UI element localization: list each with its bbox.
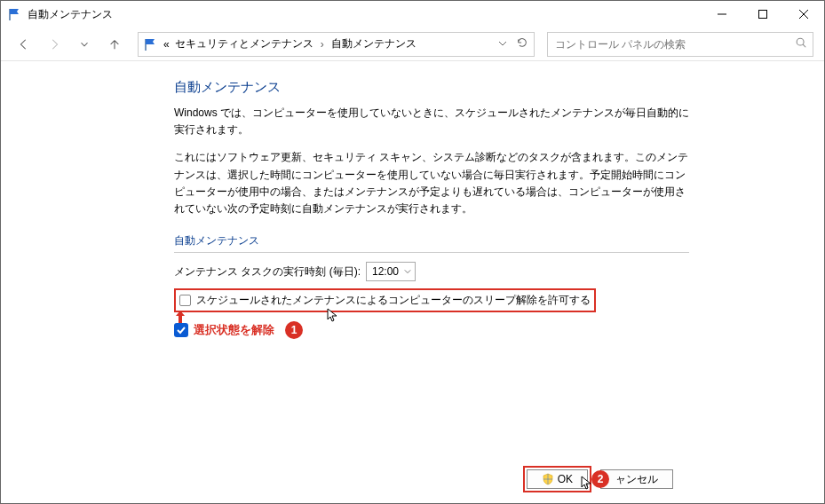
step-badge: 2 (591, 470, 609, 488)
sleep-wake-checkbox-row: スケジュールされたメンテナンスによるコンピューターのスリープ解除を許可する (174, 288, 596, 312)
page-heading: 自動メンテナンス (174, 79, 689, 96)
chevron-down-icon[interactable] (498, 38, 507, 51)
ok-button[interactable]: OK (527, 469, 588, 489)
search-box[interactable] (547, 32, 813, 57)
svg-point-4 (797, 38, 804, 45)
section-label: 自動メンテナンス (174, 233, 689, 248)
close-button[interactable] (783, 1, 824, 28)
forward-button[interactable] (42, 32, 67, 57)
ok-label: OK (558, 473, 573, 485)
flag-icon (8, 7, 22, 21)
window: 自動メンテナンス « セキュリティとメンテナンス › 自動メンテナンス (0, 0, 825, 504)
window-buttons (702, 1, 824, 28)
window-title: 自動メンテナンス (28, 7, 702, 22)
paragraph: Windows では、コンピューターを使用していないときに、スケジュールされたメ… (174, 105, 689, 138)
titlebar: 自動メンテナンス (1, 1, 824, 28)
content-area: 自動メンテナンス Windows では、コンピューターを使用していないときに、ス… (1, 61, 824, 503)
up-button[interactable] (102, 32, 127, 57)
time-row: メンテナンス タスクの実行時刻 (毎日): 12:00 (174, 262, 689, 281)
recent-dropdown[interactable] (72, 32, 97, 57)
breadcrumb-item[interactable]: 自動メンテナンス (331, 36, 416, 51)
toolbar: « セキュリティとメンテナンス › 自動メンテナンス (1, 28, 824, 61)
svg-rect-1 (759, 11, 767, 19)
chevron-right-icon: › (319, 38, 326, 51)
step-badge: 1 (285, 321, 303, 339)
search-input[interactable] (553, 37, 795, 51)
sleep-wake-checkbox[interactable] (179, 295, 191, 306)
checkbox-label: スケジュールされたメンテナンスによるコンピューターのスリープ解除を許可する (196, 293, 591, 308)
divider (174, 252, 689, 253)
chevron-down-icon (404, 265, 411, 278)
arrow-up-icon (175, 311, 186, 326)
minimize-button[interactable] (702, 1, 742, 28)
annotation-text: 選択状態を解除 (194, 322, 274, 338)
flag-icon (144, 37, 158, 51)
time-select[interactable]: 12:00 (366, 262, 416, 281)
breadcrumb-prefix: « (163, 38, 170, 51)
cancel-button[interactable]: ャンセル (600, 469, 673, 489)
shield-icon (542, 473, 554, 485)
button-bar: OK 2 ャンセル (523, 466, 673, 492)
time-value: 12:00 (372, 265, 399, 278)
search-icon[interactable] (795, 36, 807, 51)
cursor-icon (581, 476, 593, 494)
annotation-step2: OK 2 (523, 466, 591, 492)
time-label: メンテナンス タスクの実行時刻 (毎日): (174, 264, 361, 280)
paragraph: これにはソフトウェア更新、セキュリティ スキャン、システム診断などのタスクが含ま… (174, 149, 689, 217)
address-bar[interactable]: « セキュリティとメンテナンス › 自動メンテナンス (138, 32, 535, 57)
refresh-icon[interactable] (516, 36, 528, 51)
svg-line-5 (803, 44, 805, 47)
maximize-button[interactable] (742, 1, 783, 28)
cancel-label: ャンセル (615, 472, 658, 487)
breadcrumb-item[interactable]: セキュリティとメンテナンス (175, 36, 313, 51)
annotation-step1: 選択状態を解除 1 (174, 321, 689, 339)
back-button[interactable] (12, 32, 36, 57)
